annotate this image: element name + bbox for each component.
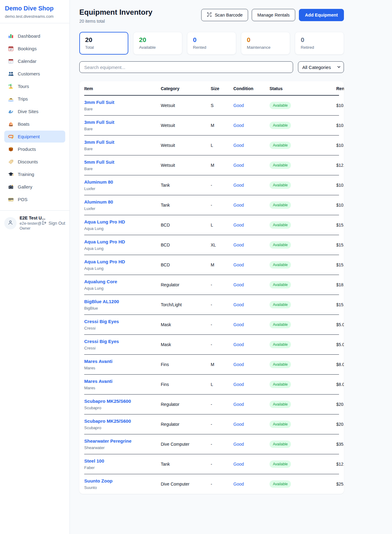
item-rental: $18.00/day — [336, 282, 344, 287]
condition-link[interactable]: Good — [233, 482, 244, 486]
sidebar-item-boats[interactable]: Boats — [4, 118, 65, 130]
user-email: e2e-tester@... — [20, 221, 39, 226]
sidebar-item-pos[interactable]: POS — [4, 193, 65, 205]
condition-link[interactable]: Good — [233, 342, 244, 347]
item-link[interactable]: Cressi Big Eyes — [84, 319, 119, 324]
item-rental: $8.00/day — [336, 362, 344, 367]
condition-link[interactable]: Good — [233, 183, 244, 188]
item-link[interactable]: Steel 100 — [84, 458, 104, 463]
item-link[interactable]: Mares Avanti — [84, 379, 112, 384]
sidebar-item-label: Dive Sites — [18, 109, 39, 114]
search-input[interactable] — [79, 61, 293, 73]
condition-link[interactable]: Good — [233, 223, 244, 227]
condition-link[interactable]: Good — [233, 382, 244, 387]
item-link[interactable]: BigBlue AL1200 — [84, 299, 119, 304]
item-link[interactable]: Aluminum 80 — [84, 179, 113, 185]
sidebar-item-discounts[interactable]: Discounts — [4, 156, 65, 168]
bookings-icon: 17 — [8, 46, 14, 51]
item-link[interactable]: Aqua Lung Pro HD — [84, 259, 125, 264]
sidebar-item-gallery[interactable]: Gallery — [4, 181, 65, 193]
item-size: M — [211, 123, 233, 128]
manage-rentals-button[interactable]: Manage Rentals — [252, 9, 295, 21]
category-filter[interactable]: All Categories — [298, 61, 344, 73]
manage-rentals-label: Manage Rentals — [257, 13, 290, 17]
column-header-condition: Condition — [233, 86, 270, 91]
item-category: Wetsuit — [161, 123, 211, 128]
table-row: Shearwater Peregrine Shearwater Dive Com… — [84, 434, 339, 454]
add-equipment-button[interactable]: Add Equipment — [299, 9, 344, 21]
item-link[interactable]: 3mm Full Suit — [84, 120, 114, 125]
item-category: BCD — [161, 242, 211, 247]
item-category: Mask — [161, 342, 211, 347]
condition-link[interactable]: Good — [233, 163, 244, 168]
item-rental: $20.00/day — [336, 422, 344, 427]
item-link[interactable]: Aqua Lung Pro HD — [84, 219, 125, 224]
condition-link[interactable]: Good — [233, 302, 244, 307]
condition-link[interactable]: Good — [233, 282, 244, 287]
condition-link[interactable]: Good — [233, 362, 244, 367]
sidebar-item-bookings[interactable]: 17 Bookings — [4, 43, 65, 55]
table-row: Suunto Zoop Suunto Dive Computer - Good … — [84, 474, 339, 494]
item-rental: $12.00/day — [336, 462, 344, 467]
condition-link[interactable]: Good — [233, 242, 244, 247]
item-size: - — [211, 282, 233, 287]
item-rental: $10.00/day — [336, 183, 344, 188]
stat-card-rented[interactable]: 0 Rented — [187, 32, 236, 55]
sidebar-item-equipment[interactable]: Equipment — [4, 131, 65, 143]
item-size: M — [211, 362, 233, 367]
sidebar-item-products[interactable]: Products — [4, 143, 65, 155]
condition-link[interactable]: Good — [233, 442, 244, 447]
item-size: - — [211, 442, 233, 447]
condition-link[interactable]: Good — [233, 262, 244, 267]
item-link[interactable]: Cressi Big Eyes — [84, 339, 119, 344]
stat-card-maintenance[interactable]: 0 Maintenance — [241, 32, 290, 55]
stat-card-available[interactable]: 20 Available — [133, 32, 182, 55]
app-window: Demo Dive Shop demo.test.divestreams.com… — [0, 0, 392, 534]
condition-link[interactable]: Good — [233, 322, 244, 327]
status-badge: Available — [270, 221, 291, 229]
sidebar-nav: Dashboard 17 Bookings Calendar Customers… — [0, 30, 70, 205]
condition-link[interactable]: Good — [233, 123, 244, 128]
item-link[interactable]: Scubapro MK25/S600 — [84, 418, 131, 424]
item-size: - — [211, 322, 233, 327]
item-brand: Aqua Lung — [84, 246, 161, 251]
item-link[interactable]: Aqualung Core — [84, 279, 117, 284]
sidebar-item-customers[interactable]: Customers — [4, 68, 65, 80]
item-brand: Aqua Lung — [84, 226, 161, 231]
sidebar-item-training[interactable]: Training — [4, 168, 65, 180]
sidebar-item-calendar[interactable]: Calendar — [4, 55, 65, 67]
item-link[interactable]: Scubapro MK25/S600 — [84, 399, 131, 404]
sidebar-item-label: Training — [18, 172, 34, 177]
boats-icon — [8, 121, 14, 127]
item-link[interactable]: Suunto Zoop — [84, 478, 112, 483]
stat-card-total[interactable]: 20 Total — [79, 32, 128, 55]
condition-link[interactable]: Good — [233, 402, 244, 407]
item-link[interactable]: 3mm Full Suit — [84, 100, 114, 105]
status-badge: Available — [270, 401, 291, 408]
condition-link[interactable]: Good — [233, 462, 244, 467]
item-link[interactable]: 3mm Full Suit — [84, 139, 114, 145]
condition-link[interactable]: Good — [233, 203, 244, 208]
condition-link[interactable]: Good — [233, 143, 244, 148]
sidebar-item-label: Trips — [18, 96, 28, 101]
sidebar-item-label: Dashboard — [18, 33, 40, 39]
stat-card-retired[interactable]: 0 Retired — [295, 32, 344, 55]
item-link[interactable]: Shearwater Peregrine — [84, 438, 131, 444]
item-link[interactable]: Aqua Lung Pro HD — [84, 239, 125, 244]
item-brand: Bare — [84, 107, 161, 111]
condition-link[interactable]: Good — [233, 103, 244, 108]
sidebar-item-trips[interactable]: Trips — [4, 93, 65, 105]
item-size: M — [211, 163, 233, 168]
status-badge: Available — [270, 241, 291, 249]
item-size: - — [211, 183, 233, 188]
sign-out-button[interactable]: Sign Out — [42, 220, 65, 226]
sidebar-item-dive-sites[interactable]: Dive Sites — [4, 105, 65, 117]
condition-link[interactable]: Good — [233, 422, 244, 427]
item-link[interactable]: Aluminum 80 — [84, 199, 113, 204]
item-link[interactable]: 5mm Full Suit — [84, 159, 114, 165]
sidebar-item-label: Products — [18, 147, 36, 152]
sidebar-item-tours[interactable]: Tours — [4, 80, 65, 92]
sidebar-item-dashboard[interactable]: Dashboard — [4, 30, 65, 42]
item-link[interactable]: Mares Avanti — [84, 359, 112, 364]
scan-barcode-button[interactable]: Scan Barcode — [201, 9, 248, 21]
